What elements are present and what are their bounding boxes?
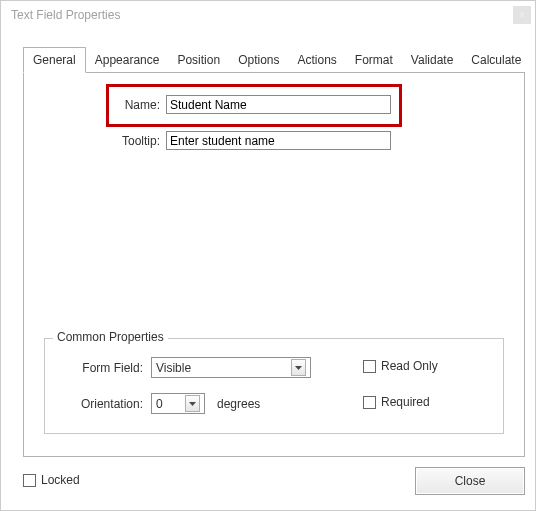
required-label: Required [381,395,430,409]
tab-position[interactable]: Position [168,49,229,73]
close-button-label: Close [455,474,486,488]
tooltip-row: Tooltip: [84,131,391,150]
close-button[interactable]: Close [415,467,525,495]
orientation-suffix: degrees [205,397,260,411]
locked-checkbox[interactable]: Locked [23,473,80,487]
form-field-value: Visible [156,361,191,375]
tooltip-label: Tooltip: [84,134,166,148]
name-input[interactable] [166,95,391,114]
tab-general[interactable]: General [23,47,86,73]
tab-panel: Name: Tooltip: Common Properties Form Fi… [23,73,525,457]
tab-appearance[interactable]: Appearance [86,49,169,73]
required-checkbox[interactable]: Required [363,395,430,409]
tooltip-input[interactable] [166,131,391,150]
form-field-row: Form Field: Visible [65,357,311,378]
titlebar: Text Field Properties × [1,1,535,29]
read-only-label: Read Only [381,359,438,373]
orientation-label: Orientation: [65,397,151,411]
checkbox-box-icon [363,396,376,409]
checkbox-box-icon [363,360,376,373]
common-properties-legend: Common Properties [53,330,168,344]
chevron-down-icon [291,359,306,376]
close-icon[interactable]: × [513,6,531,24]
tab-calculate[interactable]: Calculate [462,49,530,73]
chevron-down-icon [185,395,200,412]
read-only-checkbox[interactable]: Read Only [363,359,438,373]
tab-options[interactable]: Options [229,49,288,73]
tab-format[interactable]: Format [346,49,402,73]
orientation-select[interactable]: 0 [151,393,205,414]
tab-actions[interactable]: Actions [288,49,345,73]
window-title: Text Field Properties [11,8,120,22]
name-row: Name: [84,95,391,114]
svg-marker-1 [189,402,196,406]
dialog-footer: Locked Close [23,467,525,497]
name-label: Name: [84,98,166,112]
locked-label: Locked [41,473,80,487]
orientation-value: 0 [156,397,163,411]
tab-validate[interactable]: Validate [402,49,462,73]
form-field-label: Form Field: [65,361,151,375]
checkbox-box-icon [23,474,36,487]
tab-strip: General Appearance Position Options Acti… [23,49,525,73]
text-field-properties-dialog: Text Field Properties × General Appearan… [0,0,536,511]
svg-marker-0 [295,366,302,370]
orientation-row: Orientation: 0 degrees [65,393,260,414]
form-field-select[interactable]: Visible [151,357,311,378]
common-properties-group: Common Properties Form Field: Visible Re… [44,338,504,434]
